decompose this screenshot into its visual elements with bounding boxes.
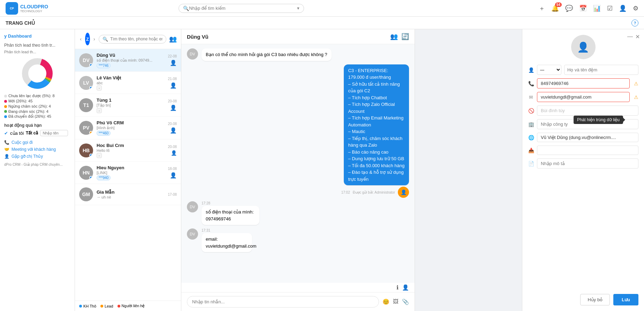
- help-icon[interactable]: ?: [631, 20, 638, 26]
- chat-meta-tung1: 20-08 👤: [168, 99, 177, 111]
- logo-icon: CP: [6, 2, 18, 15]
- status-dot-blue: [89, 63, 93, 67]
- chat-meta-levanviet: 21-08 👤: [168, 77, 177, 89]
- status-dot-orange: [89, 131, 93, 134]
- form-row-description: 📄: [528, 158, 638, 169]
- chat-meta-hocbuicrm: 20-08 👤: [168, 145, 177, 156]
- chat-icon[interactable]: 💬: [565, 5, 573, 12]
- chat-legend: KH Thô Lead Người liên hệ: [75, 301, 181, 311]
- footer-text: dPro CRM - Giải pháp CRM chuyên...: [4, 163, 70, 166]
- form-row-email: ✉ ⚠: [528, 92, 638, 102]
- phone-field[interactable]: [537, 78, 630, 88]
- chat-search-input[interactable]: [110, 37, 162, 41]
- activity-item-meeting[interactable]: 🤝 Meeting với khách hàng: [4, 146, 70, 153]
- description-field[interactable]: [537, 158, 638, 169]
- nav-icons: ＋ 🔔 54 💬 📅 📊 ☑ 👤 ⚙: [539, 4, 638, 13]
- gear-icon[interactable]: ⚙: [633, 5, 638, 12]
- person-form-icon: 👤: [528, 67, 534, 73]
- chat-item-dungvu[interactable]: DV Dũng Vũ số điện thoại của mình: 09749…: [75, 49, 181, 72]
- filter-all-label: Tất cả: [26, 131, 38, 135]
- chat-info-dungvu: Dũng Vũ số điện thoại của mình: 09749...…: [97, 53, 164, 68]
- chat-item-levanviet[interactable]: LV Lê Văn Việt abc - 21-08 👤: [75, 72, 181, 94]
- chart-icon[interactable]: 📊: [593, 5, 601, 12]
- image-icon[interactable]: 🖼: [393, 298, 399, 305]
- cancel-button[interactable]: Hủy bỏ: [580, 294, 610, 305]
- msg-col-3: 17:28 số điện thoại của mình: 0974969746: [202, 201, 284, 225]
- chat-message-input[interactable]: [187, 296, 379, 308]
- person-icon: 👤: [170, 60, 177, 66]
- navbar: CP CLOUDPRO TECHNOLOGY 🔍 ▾ ＋ 🔔 54 💬 📅 📊 …: [0, 0, 644, 17]
- msg-col-2: C3 - ENTERPRISE: 179.000 đ user/tháng – …: [316, 64, 409, 198]
- chart-legend: Chưa liên lạc được (5%): 8 Mới (26%): 45…: [4, 94, 70, 119]
- cloudpro-logo-svg: CP: [7, 3, 17, 14]
- donut-svg: [20, 56, 55, 91]
- attach-icon[interactable]: 📎: [402, 298, 409, 305]
- chat-meta-phuvocrm: 20-08 👤: [168, 122, 177, 134]
- chat-item-hieunguyen[interactable]: HN Hieu Nguyen [LINK] ***940 18-08 👤: [75, 162, 181, 184]
- legend-chualienac: Chưa liên lạc được (5%): 8: [4, 94, 70, 98]
- search-icon: 🔍: [183, 6, 189, 11]
- name-prefix-select[interactable]: — Anh Chị: [537, 65, 561, 75]
- activity-item-call[interactable]: 📞 Cuộc gọi đi: [4, 139, 70, 146]
- tooltip-duplicate: Phát hiện trùng dữ liệu: [574, 116, 623, 124]
- msg-avatar-3: DV: [187, 201, 198, 212]
- save-button[interactable]: Lưu: [613, 294, 638, 305]
- search-input[interactable]: [189, 6, 294, 11]
- chat-window-header: Dũng Vũ 👥 🔄: [181, 29, 415, 44]
- filter-owner-label: của tôi: [10, 131, 24, 136]
- chat-list-panel: ‹ Z › 🔍 👥 DV Dũng Vũ số điện thoại của m…: [75, 29, 181, 311]
- meeting-icon: 🤝: [4, 147, 9, 152]
- assigned-form-icon: 🚫: [528, 108, 534, 114]
- chat-item-hocbuicrm[interactable]: HB Hoc Bui Crm Hello t6 - 20-08 👤: [75, 139, 181, 162]
- form-row-source: 📥: [528, 146, 638, 155]
- phone-warn-icon: ⚠: [634, 81, 638, 86]
- msg-row-3: DV 17:28 số điện thoại của mình: 0974969…: [187, 201, 409, 225]
- minimize-button[interactable]: —: [627, 33, 633, 40]
- owner-form-icon: 🌐: [528, 135, 534, 140]
- avatar-tung1: T1: [79, 98, 93, 112]
- chat-item-phuvocrm[interactable]: PV Phú Võ CRM [Hình ảnh] ***460 20-08 👤: [75, 117, 181, 139]
- email-field[interactable]: [537, 92, 630, 102]
- msg-row-4: DV 17:31 email: vuvietdungdl@gmail.com: [187, 228, 409, 252]
- chat-search[interactable]: 🔍: [99, 35, 166, 44]
- logo-text-area: CLOUDPRO TECHNOLOGY: [20, 4, 48, 13]
- name-field[interactable]: [564, 65, 638, 75]
- source-select[interactable]: [537, 146, 638, 155]
- email-form-icon: ✉: [528, 94, 534, 100]
- emoji-icon[interactable]: 😊: [382, 298, 389, 305]
- person-icon3: 👤: [170, 104, 177, 111]
- prev-arrow[interactable]: ‹: [79, 35, 82, 43]
- msg-avatar-1: DV: [187, 48, 198, 60]
- msg-person-icon: 👤: [398, 187, 409, 198]
- user-icon[interactable]: 👤: [619, 5, 627, 12]
- search-bar[interactable]: 🔍 ▾: [179, 4, 304, 13]
- chat-item-giaman[interactable]: GM Gia Mẫn → uh nè 17-08: [75, 184, 181, 205]
- checkbox-icon[interactable]: ☑: [607, 5, 613, 12]
- dashboard-tab[interactable]: y Dashboard: [4, 33, 70, 39]
- group-icon[interactable]: 👥: [169, 35, 177, 43]
- chat-item-tung1[interactable]: T1 Tùng 1 [Tập tin] - 20-08 👤: [75, 94, 181, 117]
- next-arrow[interactable]: ›: [93, 35, 96, 43]
- person-add-icon[interactable]: 👤: [402, 284, 409, 291]
- msg-avatar-4: DV: [187, 228, 198, 240]
- filter-name-input[interactable]: [40, 130, 68, 136]
- calendar-icon[interactable]: 📅: [579, 5, 587, 12]
- refresh-icon[interactable]: 🔄: [401, 33, 409, 40]
- owner-checkbox[interactable]: ✔: [4, 131, 8, 136]
- avatar-dungvu: DV: [79, 53, 93, 67]
- status-dot-blue3: [89, 154, 93, 157]
- activity-item-gapcogap[interactable]: 👤 Gặp gỡ chị Thủy: [4, 153, 70, 160]
- owner-select[interactable]: Vũ Việt Dũng (dung.vu@onlinecrm....: [537, 133, 638, 142]
- close-button[interactable]: ✕: [635, 33, 640, 40]
- status-dot-blue2: [89, 86, 93, 90]
- chat-info-levanviet: Lê Văn Việt abc -: [97, 75, 164, 90]
- legend-moi: Mới (26%): 45: [4, 99, 70, 103]
- filter-row: ✔ của tôi Tất cả: [4, 130, 70, 136]
- info-icon[interactable]: ℹ: [396, 284, 399, 291]
- users-icon[interactable]: 👥: [390, 33, 398, 40]
- avatar-levanviet: LV: [79, 76, 93, 90]
- bell-icon[interactable]: 🔔 54: [551, 5, 559, 12]
- msg-bubble-3: số điện thoại của mình: 0974969746: [202, 206, 259, 225]
- add-icon[interactable]: ＋: [539, 4, 545, 13]
- chat-window: Dũng Vũ 👥 🔄 DV Bạn có thể cho mình hỏi g…: [181, 29, 415, 311]
